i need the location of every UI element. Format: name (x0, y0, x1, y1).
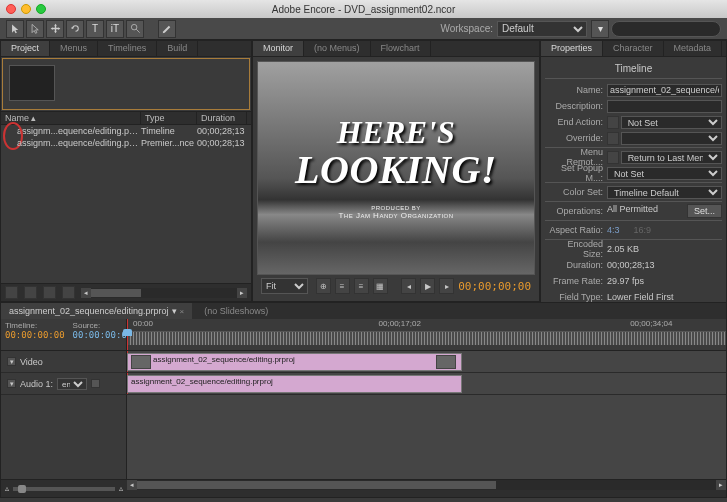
rotate-tool[interactable] (66, 20, 84, 38)
window-title: Adobe Encore - DVD_assignment02.ncor (272, 4, 455, 15)
prop-endaction-label: End Action: (545, 117, 607, 127)
tab-menus[interactable]: Menus (50, 41, 98, 56)
video-clip[interactable]: assignment_02_sequence/editing.prproj (127, 353, 462, 371)
audio-lang-dropdown[interactable]: en (57, 378, 87, 390)
prop-desc-input[interactable] (607, 100, 722, 113)
traffic-lights (6, 4, 46, 14)
new-folder-icon[interactable] (43, 286, 56, 299)
slideshows-tab[interactable]: (no Slideshows) (196, 303, 276, 319)
zoom-window-button[interactable] (36, 4, 46, 14)
tab-project[interactable]: Project (1, 41, 50, 56)
tab-monitor[interactable]: Monitor (253, 41, 304, 56)
timeline-tc-label: Timeline: (5, 321, 65, 330)
timeline-scrollbar[interactable]: ◂ ▸ (127, 480, 726, 490)
project-item-list: assignm...equence/editing.prproj Timelin… (1, 125, 251, 283)
prop-fieldtype-value: Lower Field First (607, 292, 722, 302)
playhead[interactable] (127, 319, 128, 350)
tab-build[interactable]: Build (157, 41, 198, 56)
close-window-button[interactable] (6, 4, 16, 14)
zoom-out-icon[interactable]: ▵ (5, 484, 9, 493)
prop-override-label: Override: (545, 133, 607, 143)
tab-no-menus[interactable]: (no Menus) (304, 41, 371, 56)
col-duration[interactable]: Duration (197, 112, 247, 124)
aspect-169[interactable]: 16:9 (634, 225, 652, 235)
edit-menu-tool[interactable] (158, 20, 176, 38)
timeline-ruler[interactable]: 00:00 00;00;17;02 00;00;34;04 (127, 319, 726, 350)
prop-menuremote-select[interactable]: Return to Last Menu (621, 151, 722, 164)
selection-tool[interactable] (6, 20, 24, 38)
col-type[interactable]: Type (141, 112, 197, 124)
prop-framerate-label: Frame Rate: (545, 276, 607, 286)
play-icon[interactable]: ▶ (420, 278, 435, 294)
zoom-in-icon[interactable]: ▵ (119, 484, 123, 493)
producer-org: The Jam Handy Organization (338, 211, 453, 220)
project-scrollbar[interactable]: ◂ ▸ (81, 288, 247, 298)
subtitle-track-icon[interactable]: ≡ (335, 278, 350, 294)
zoom-tool[interactable] (126, 20, 144, 38)
direct-select-tool[interactable] (26, 20, 44, 38)
prop-encoded-label: Encoded Size: (545, 239, 607, 259)
prop-setpopup-select[interactable]: Not Set (607, 167, 722, 180)
timeline-tc-value[interactable]: 00:00:00:00 (5, 330, 65, 340)
help-search-input[interactable] (611, 21, 721, 37)
new-item-icon[interactable] (24, 286, 37, 299)
filter-icon[interactable] (5, 286, 18, 299)
minimize-window-button[interactable] (21, 4, 31, 14)
zoom-fit-dropdown[interactable]: Fit (261, 278, 308, 294)
prop-name-input[interactable] (607, 84, 722, 97)
prop-aspect-label: Aspect Ratio: (545, 225, 607, 235)
track-toggle-icon[interactable]: ▾ (7, 357, 16, 366)
timeline-tab[interactable]: assignment_02_sequence/editing.prproj ▾ … (1, 303, 192, 319)
tab-timelines[interactable]: Timelines (98, 41, 157, 56)
audio-track-icon[interactable]: ≡ (354, 278, 369, 294)
audio-mode-icon[interactable] (91, 379, 100, 388)
sort-asc-icon: ▴ (31, 113, 36, 123)
monitor-timecode[interactable]: 00;00;00;00 (458, 280, 531, 293)
route-mode-icon[interactable]: ▦ (373, 278, 388, 294)
prop-operations-label: Operations: (545, 206, 607, 216)
operations-set-button[interactable]: Set... (687, 204, 722, 218)
zoom-slider[interactable] (13, 484, 115, 494)
aspect-43[interactable]: 4:3 (607, 225, 620, 235)
text-tool[interactable]: T (86, 20, 104, 38)
tab-flowchart[interactable]: Flowchart (371, 41, 431, 56)
project-panel: Project Menus Timelines Build Name ▴ Typ… (0, 40, 252, 302)
vertical-text-tool[interactable]: iT (106, 20, 124, 38)
prop-fieldtype-label: Field Type: (545, 292, 607, 302)
delete-icon[interactable] (62, 286, 75, 299)
audio-clip[interactable]: assignment_02_sequence/editing.prproj (127, 375, 462, 393)
prop-endaction-select[interactable]: Not Set (621, 116, 722, 129)
workspace-dropdown[interactable]: Default (497, 21, 587, 37)
scroll-right-icon[interactable]: ▸ (716, 480, 726, 490)
prop-override-select[interactable] (621, 132, 722, 145)
item-name: assignm...equence/editing.prproj (1, 138, 141, 148)
tab-properties[interactable]: Properties (541, 41, 603, 56)
prop-colorset-select[interactable]: Timeline Default (607, 186, 722, 199)
pickwhip-icon[interactable] (607, 132, 619, 145)
pickwhip-icon[interactable] (607, 116, 619, 129)
video-frame-text1: HERE'S (337, 116, 456, 150)
dropdown-icon[interactable]: ▾ (172, 306, 177, 316)
safe-area-icon[interactable]: ⊕ (316, 278, 331, 294)
tab-character[interactable]: Character (603, 41, 664, 56)
pickwhip-icon[interactable] (607, 151, 619, 164)
audio-track-label: Audio 1: (20, 379, 53, 389)
close-tab-icon[interactable]: × (180, 307, 185, 316)
project-item-row[interactable]: assignm...equence/editing.prproj Timelin… (1, 125, 251, 137)
scroll-right-icon[interactable]: ▸ (237, 288, 247, 298)
clip-thumbnail-icon (131, 355, 151, 369)
prop-duration-value: 00;00;28;13 (607, 260, 722, 270)
move-tool[interactable] (46, 20, 64, 38)
prop-desc-label: Description: (545, 101, 607, 111)
project-item-row[interactable]: assignm...equence/editing.prproj Premier… (1, 137, 251, 149)
step-back-icon[interactable]: ◂ (401, 278, 416, 294)
track-toggle-icon[interactable]: ▾ (7, 379, 16, 388)
step-forward-icon[interactable]: ▸ (439, 278, 454, 294)
workspace-options-icon[interactable]: ▾ (591, 20, 609, 38)
scroll-left-icon[interactable]: ◂ (81, 288, 91, 298)
col-name[interactable]: Name ▴ (1, 112, 141, 124)
prop-name-label: Name: (545, 85, 607, 95)
tab-metadata[interactable]: Metadata (664, 41, 723, 56)
scroll-left-icon[interactable]: ◂ (127, 480, 137, 490)
prop-setpopup-label: Set Popup M...: (545, 163, 607, 183)
